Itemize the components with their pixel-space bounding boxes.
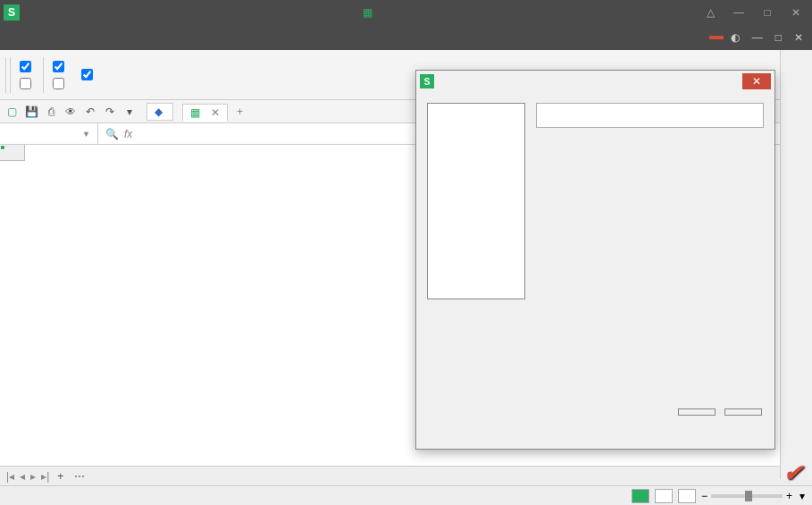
dialog-titlebar[interactable]: S ✕ [416,71,774,92]
more-icon[interactable]: ▾ [121,104,138,120]
dialog-close-icon[interactable]: ✕ [742,73,771,89]
fx-icon[interactable]: fx [124,128,132,140]
title-bar: S ▦ △ — □ ✕ [0,0,812,25]
redo-icon[interactable]: ↷ [102,104,118,120]
zoom-control: − + ▾ [701,490,805,502]
restore-window-icon[interactable]: □ [770,31,787,44]
name-box[interactable]: ▼ [0,123,98,144]
normal-view-icon[interactable] [632,489,649,503]
minimize-icon[interactable]: — [726,4,751,21]
doc-icon: ▦ [363,6,373,19]
example-box [536,103,764,128]
cell-format-dialog: S ✕ [415,70,775,450]
search-icon[interactable]: 🔍 [105,128,119,140]
chevron-down-icon[interactable]: ▼ [82,130,90,139]
min-ribbon-icon[interactable]: — [747,31,768,44]
tab-close-icon[interactable]: ✕ [211,106,220,119]
check-gridlines[interactable] [49,59,71,74]
menu-bar: ◐ — □ ✕ [0,25,812,50]
check-edit-bar[interactable] [16,59,38,74]
maximize-icon[interactable]: □ [755,4,780,21]
sheet-tabs: |◂ ◂ ▸ ▸| + ⋯ [0,466,812,485]
check-task-pane[interactable] [16,76,38,91]
zoom-slider[interactable] [711,494,783,498]
help-icon[interactable]: △ [698,4,723,21]
check-print[interactable] [49,76,71,91]
cancel-button[interactable] [724,408,762,416]
undo-icon[interactable]: ↶ [82,104,98,120]
next-sheet-icon[interactable]: ▸ [28,470,38,483]
print-icon[interactable]: ⎙ [43,104,59,120]
status-bar: − + ▾ [0,485,812,505]
ok-button[interactable] [678,408,716,416]
app-logo-icon: S [4,4,20,21]
doc-tab[interactable]: ◆ [146,103,173,121]
skin-icon[interactable]: ◐ [725,31,745,44]
right-sidebar [780,50,812,479]
window-buttons: △ — □ ✕ [698,4,808,21]
first-sheet-icon[interactable]: |◂ [4,470,17,483]
add-sheet-icon[interactable]: + [52,470,69,483]
dialog-logo-icon: S [420,74,434,88]
category-list[interactable] [427,103,525,299]
document-title: ▦ [41,6,698,19]
save-icon[interactable]: 💾 [23,104,39,120]
add-tab-icon[interactable]: + [237,105,243,118]
new-icon[interactable]: ▢ [4,104,20,120]
last-sheet-icon[interactable]: ▸| [38,470,52,483]
sheet-menu-icon[interactable]: ⋯ [69,470,90,483]
layout-view-icon[interactable] [655,489,673,503]
preview-icon[interactable]: 👁 [63,104,79,120]
check-headings[interactable] [78,67,99,82]
login-button[interactable] [709,36,724,39]
watermark: ✔ [780,459,803,487]
zoom-in-icon[interactable]: + [786,490,792,502]
zoom-out-icon[interactable]: − [701,490,707,502]
close-icon[interactable]: ✕ [783,4,808,21]
doc-tab[interactable]: ▦✕ [182,104,228,122]
break-view-icon[interactable] [678,489,696,503]
zoom-dropdown-icon[interactable]: ▾ [799,490,805,502]
close-icon[interactable]: ✕ [789,31,808,44]
prev-sheet-icon[interactable]: ◂ [17,470,28,483]
